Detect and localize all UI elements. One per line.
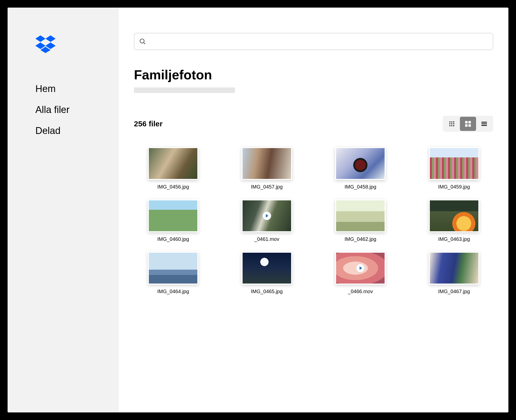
- view-grid-small-button[interactable]: [444, 117, 460, 131]
- file-name: _0466.mov: [321, 289, 400, 294]
- file-thumbnail[interactable]: [242, 147, 292, 180]
- file-thumbnail[interactable]: [148, 252, 198, 285]
- play-icon[interactable]: [356, 264, 365, 272]
- svg-point-5: [140, 39, 144, 43]
- file-name: IMG_0467.jpg: [415, 289, 494, 294]
- file-item[interactable]: _0466.mov: [321, 252, 400, 294]
- play-icon[interactable]: [263, 212, 271, 220]
- svg-rect-18: [465, 124, 467, 127]
- svg-point-14: [451, 125, 452, 126]
- svg-point-7: [449, 121, 450, 122]
- svg-marker-1: [45, 35, 56, 42]
- svg-point-13: [449, 125, 450, 126]
- file-name: IMG_0464.jpg: [134, 289, 213, 294]
- svg-point-10: [449, 123, 450, 124]
- file-thumbnail[interactable]: [335, 252, 386, 285]
- search-input[interactable]: [149, 38, 488, 45]
- search-icon: [139, 38, 146, 45]
- file-item[interactable]: IMG_0460.jpg: [134, 199, 213, 242]
- file-name: IMG_0456.jpg: [134, 184, 213, 190]
- svg-line-6: [144, 42, 145, 44]
- file-item[interactable]: IMG_0462.jpg: [321, 199, 400, 242]
- view-toggle: [443, 116, 493, 132]
- file-item[interactable]: IMG_0467.jpg: [415, 252, 494, 294]
- file-thumbnail[interactable]: [429, 252, 479, 285]
- file-name: IMG_0458.jpg: [321, 184, 400, 190]
- svg-marker-0: [35, 35, 45, 42]
- view-list-button[interactable]: [476, 117, 492, 131]
- file-count: 256 filer: [134, 120, 162, 128]
- svg-rect-19: [468, 124, 471, 127]
- view-grid-large-button[interactable]: [460, 117, 476, 131]
- file-name: _0461.mov: [228, 236, 306, 242]
- dropbox-logo-icon[interactable]: [35, 35, 56, 53]
- file-thumbnail[interactable]: [148, 147, 198, 180]
- file-name: IMG_0460.jpg: [134, 236, 213, 242]
- file-name: IMG_0459.jpg: [415, 184, 494, 190]
- file-item[interactable]: IMG_0464.jpg: [134, 252, 213, 294]
- file-thumbnail[interactable]: [335, 147, 386, 180]
- sidebar: Hem Alla filer Delad: [8, 8, 119, 412]
- file-thumbnail[interactable]: [242, 252, 292, 285]
- file-name: IMG_0463.jpg: [415, 236, 494, 242]
- search-bar[interactable]: [134, 33, 493, 50]
- file-thumbnail[interactable]: [335, 199, 386, 232]
- sidebar-item-home[interactable]: Hem: [35, 83, 119, 94]
- file-thumbnail[interactable]: [242, 199, 292, 232]
- svg-rect-17: [468, 121, 471, 123]
- svg-point-9: [453, 121, 454, 122]
- file-item[interactable]: IMG_0463.jpg: [415, 199, 494, 242]
- file-thumbnail[interactable]: [148, 199, 198, 232]
- svg-point-11: [451, 123, 452, 124]
- file-name: IMG_0457.jpg: [228, 184, 306, 190]
- file-name: IMG_0465.jpg: [228, 289, 306, 294]
- file-item[interactable]: IMG_0465.jpg: [228, 252, 306, 294]
- page-title: Familjefoton: [134, 67, 493, 82]
- file-item[interactable]: _0461.mov: [228, 199, 306, 242]
- main-content: Familjefoton 256 filer IMG_0456.jpgIMG_0…: [119, 8, 508, 412]
- svg-point-15: [453, 125, 454, 126]
- sidebar-nav: Hem Alla filer Delad: [35, 83, 119, 136]
- file-item[interactable]: IMG_0459.jpg: [415, 147, 494, 190]
- sidebar-item-shared[interactable]: Delad: [35, 125, 119, 136]
- svg-point-12: [453, 123, 454, 124]
- file-item[interactable]: IMG_0458.jpg: [321, 147, 400, 190]
- file-item[interactable]: IMG_0457.jpg: [228, 147, 306, 190]
- app-window: Hem Alla filer Delad Familjefoton 256 fi…: [8, 8, 508, 412]
- sidebar-item-all-files[interactable]: Alla filer: [35, 104, 119, 115]
- toolbar: 256 filer: [134, 116, 493, 132]
- svg-point-8: [451, 121, 452, 122]
- file-thumbnail[interactable]: [429, 199, 479, 232]
- file-grid: IMG_0456.jpgIMG_0457.jpgIMG_0458.jpgIMG_…: [134, 147, 493, 294]
- breadcrumb-placeholder: [134, 87, 235, 93]
- file-item[interactable]: IMG_0456.jpg: [134, 147, 213, 190]
- file-name: IMG_0462.jpg: [321, 236, 400, 242]
- file-thumbnail[interactable]: [429, 147, 479, 180]
- svg-rect-16: [465, 121, 467, 123]
